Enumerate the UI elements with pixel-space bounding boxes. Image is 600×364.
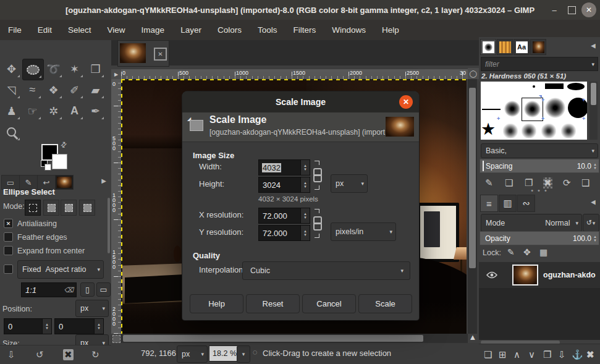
vertical-ruler[interactable]: 0 500 1000 1500 2000 xyxy=(111,79,121,334)
brush-item[interactable] xyxy=(545,98,565,118)
collapse-left-dock-icon[interactable]: ▶ xyxy=(101,177,106,184)
menu-windows[interactable]: Windows xyxy=(324,20,374,40)
bucket-fill-tool[interactable]: ❖ xyxy=(43,80,64,100)
ruler-corner-menu-button[interactable]: ▶ xyxy=(111,69,121,79)
scale-button[interactable]: Scale xyxy=(358,294,412,313)
zoom-tool[interactable] xyxy=(1,122,22,142)
brush-group-dropdown[interactable]: Basic, ▾ xyxy=(481,143,598,158)
menu-help[interactable]: Help xyxy=(374,20,407,40)
image-tab-close-button[interactable]: ✕ xyxy=(154,48,167,61)
brush-item[interactable] xyxy=(545,83,564,89)
maximize-button[interactable] xyxy=(564,2,579,17)
tab-image-thumbnail[interactable] xyxy=(55,175,74,190)
horizontal-ruler[interactable]: 0 500 1000 1500 2000 2500 30 xyxy=(121,69,468,79)
opacity-spinner[interactable]: ▴▾ xyxy=(591,232,599,245)
ellipse-select-tool[interactable] xyxy=(22,59,44,80)
menu-view[interactable]: View xyxy=(99,20,133,40)
default-colors-icon-bg[interactable] xyxy=(44,164,51,171)
menu-layer[interactable]: Layer xyxy=(172,20,209,40)
fixed-checkbox[interactable] xyxy=(4,265,13,274)
new-layer-icon[interactable]: ❏ xyxy=(484,349,492,360)
eraser-tool[interactable]: ▰ xyxy=(85,80,106,100)
transform-tool[interactable]: ◹ xyxy=(1,80,22,100)
tab-channels[interactable]: ▥ xyxy=(499,195,517,212)
clone-tool[interactable]: ♟ xyxy=(1,101,22,121)
navigation-preview-button[interactable]: ▲ xyxy=(468,331,478,343)
brush-grid-scrollbar-thumb[interactable] xyxy=(591,83,596,105)
mode-replace-button[interactable] xyxy=(25,200,41,216)
delete-preset-icon[interactable]: ✖ xyxy=(63,349,74,360)
duplicate-layer-icon[interactable]: ❐ xyxy=(543,349,551,360)
minimize-button[interactable]: – xyxy=(547,2,562,17)
brush-item[interactable] xyxy=(504,101,520,117)
spinner[interactable]: ▴▾ xyxy=(300,160,310,175)
zoom-indicator-button[interactable]: ◯ xyxy=(468,68,479,79)
spinner[interactable]: ▴▾ xyxy=(300,208,310,223)
lock-pixels-icon[interactable]: ✎ xyxy=(507,247,515,257)
mode-subtract-button[interactable] xyxy=(61,200,77,216)
spinner[interactable]: ▴▾ xyxy=(300,226,310,240)
aspect-ratio-input[interactable]: 1:1 ⌫ xyxy=(21,282,77,297)
spinner[interactable]: ▴▾ xyxy=(300,177,310,192)
move-tool[interactable]: ✥ xyxy=(1,59,22,79)
layer-thumbnail[interactable] xyxy=(512,265,538,286)
image-tab[interactable]: ✕ xyxy=(117,40,169,67)
layer-mode-dropdown[interactable]: Mode Normal ▾ xyxy=(481,214,582,232)
horizontal-scrollbar-thumb[interactable] xyxy=(123,335,423,342)
menu-select[interactable]: Select xyxy=(60,20,99,40)
spacing-slider[interactable]: Spacing 10.0 ▴▾ xyxy=(480,159,599,173)
quick-mask-toggle[interactable] xyxy=(112,335,120,343)
tab-layers[interactable]: ≡ xyxy=(480,195,498,212)
zoom-level-input[interactable]: 18.2 % xyxy=(209,345,240,362)
paintbrush-tool[interactable]: ✐ xyxy=(64,80,85,100)
position-unit-dropdown[interactable]: px ▾ xyxy=(75,300,109,317)
close-button[interactable]: ✕ xyxy=(581,2,596,17)
brush-item[interactable] xyxy=(522,124,536,138)
lower-layer-icon[interactable]: ∨ xyxy=(528,349,535,360)
mode-intersect-button[interactable] xyxy=(79,200,95,216)
swap-colors-icon[interactable]: ⇄ xyxy=(59,139,69,150)
feather-edges-checkbox[interactable] xyxy=(4,232,13,242)
tool-options-scrollbar[interactable] xyxy=(108,198,110,253)
dialog-titlebar[interactable]: Scale Image ✕ xyxy=(182,91,419,112)
raise-layer-icon[interactable]: ∧ xyxy=(513,349,520,360)
layer-name[interactable]: oguzhan-akdo xyxy=(543,271,596,279)
landscape-orientation-button[interactable]: ▭ xyxy=(96,282,111,297)
position-x-input[interactable]: 0 ▴▾ xyxy=(4,318,52,334)
horizontal-scrollbar[interactable] xyxy=(121,334,468,343)
spin-down-icon[interactable]: ▾ xyxy=(98,326,100,330)
cancel-button[interactable]: Cancel xyxy=(302,294,356,313)
mode-add-button[interactable] xyxy=(43,200,59,216)
antialiasing-checkbox[interactable]: ✕ xyxy=(4,219,13,228)
spin-down-icon[interactable]: ▾ xyxy=(46,326,48,330)
reset-button[interactable]: Reset xyxy=(246,294,300,313)
save-preset-icon[interactable]: ⇩ xyxy=(7,349,15,360)
free-select-tool[interactable]: ➰ xyxy=(43,59,64,79)
mode-switch-button[interactable]: ↺ ▾ xyxy=(583,214,599,232)
opacity-slider[interactable]: Opacity 100.0 ▴▾ xyxy=(480,231,599,245)
reset-tool-options-icon[interactable]: ↻ xyxy=(91,349,99,360)
expand-from-center-checkbox[interactable] xyxy=(4,246,13,255)
width-input[interactable]: 4032 ▴▾ xyxy=(258,159,310,176)
menu-image[interactable]: Image xyxy=(133,20,173,40)
text-tool[interactable]: A xyxy=(64,101,85,121)
brush-item[interactable] xyxy=(533,85,535,88)
spacing-spinner[interactable]: ▴▾ xyxy=(591,159,599,172)
tab-document-thumbnail[interactable] xyxy=(530,39,546,55)
interpolation-dropdown[interactable]: Cubic ▾ xyxy=(242,261,410,280)
menu-file[interactable]: File xyxy=(0,20,30,40)
selected-brush-outline[interactable] xyxy=(522,98,543,121)
brush-item[interactable] xyxy=(503,124,518,138)
new-layer-group-icon[interactable]: ⊞ xyxy=(499,349,507,360)
dock-resize-handle[interactable]: • • • xyxy=(479,187,600,193)
vertical-scrollbar-thumb[interactable] xyxy=(469,88,476,268)
lock-alpha-icon[interactable]: ▦ xyxy=(539,247,547,257)
dialog-close-button[interactable]: ✕ xyxy=(399,95,413,109)
resolution-unit-dropdown[interactable]: pixels/in ▾ xyxy=(331,222,396,241)
menu-tools[interactable]: Tools xyxy=(250,20,285,40)
merge-layer-icon[interactable]: ⇩ xyxy=(558,349,566,360)
menu-edit[interactable]: Edit xyxy=(30,20,60,40)
color-picker-tool[interactable]: ✒ xyxy=(85,101,106,121)
background-color-swatch[interactable] xyxy=(52,154,67,169)
visibility-eye-icon[interactable] xyxy=(486,271,497,279)
